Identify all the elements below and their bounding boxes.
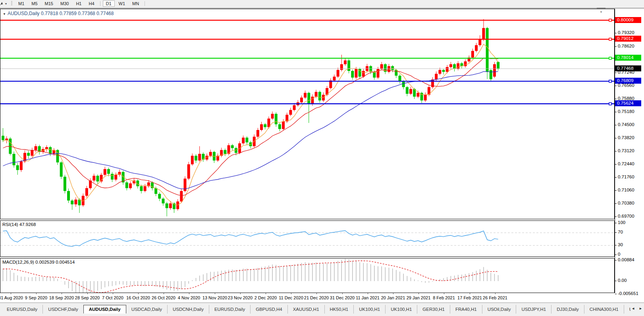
date-tick [470, 293, 470, 294]
date-tick [189, 293, 189, 294]
price-level-badge: 0.80009 [615, 17, 641, 23]
rsi-panel[interactable]: RSI(14) 47.9268 [0, 220, 615, 257]
chart-tab-dj30-daily[interactable]: DJ30,Daily [551, 305, 584, 314]
timeframe-button-m1[interactable]: M1 [15, 0, 27, 7]
chart-tab-audusd-daily[interactable]: AUDUSD,Daily [83, 305, 126, 314]
current-price-badge: 0.77468 [615, 65, 641, 71]
timeframe-buttons: M1M5M15M30H1H4D1W1MN [15, 0, 147, 7]
date-label: 28 Sep 2020 [75, 295, 100, 300]
date-tick [368, 293, 368, 294]
tab-scroll-right-icon[interactable]: ► [638, 306, 643, 311]
date-tick [87, 293, 88, 294]
price-tick [615, 73, 617, 73]
price-axis[interactable]: 0.793200.786200.779400.772400.765600.758… [615, 9, 644, 303]
date-label: 4 Nov 2020 [178, 295, 200, 300]
macd-tick-label: -0.005651 [618, 291, 638, 296]
price-tick [615, 203, 617, 204]
chart-tab-usoil-daily[interactable]: USOil,Daily [482, 305, 516, 314]
chart-tab-uk100-h1[interactable]: UK100,H1 [353, 305, 385, 314]
timeframe-button-h4[interactable]: H4 [85, 0, 97, 7]
date-label: 23 Nov 2020 [228, 295, 253, 300]
timeframe-button-w1[interactable]: W1 [116, 0, 129, 7]
chart-tab-usoil-[interactable]: USOil, [624, 305, 631, 314]
chart-tab-usdchf-daily[interactable]: USDCHF,Daily [42, 305, 83, 314]
timeframe-button-m15[interactable]: M15 [42, 0, 56, 7]
chart-title-text: AUDUSD,Daily 0.77818 0.77859 0.77368 0.7… [8, 11, 114, 16]
chart-title: ▼AUDUSD,Daily 0.77818 0.77859 0.77368 0.… [3, 11, 114, 16]
price-tick [615, 177, 617, 178]
main-chart-panel[interactable]: ▼AUDUSD,Daily 0.77818 0.77859 0.77368 0.… [0, 9, 615, 219]
date-tick [316, 293, 317, 294]
toolbar-grip[interactable] [11, 1, 12, 6]
timeframe-button-m5[interactable]: M5 [28, 0, 40, 7]
timeframe-button-h1[interactable]: H1 [73, 0, 85, 7]
price-tick [615, 46, 617, 47]
price-tick-label: 0.79320 [618, 30, 634, 35]
date-label: 9 Sep 2020 [25, 295, 47, 300]
chart-tab-china300-h1[interactable]: CHINA300,H1 [584, 305, 624, 314]
chart-tab-ger30-h1[interactable]: GER30,H1 [417, 305, 450, 314]
date-axis[interactable]: 31 Aug 20209 Sep 202018 Sep 202028 Sep 2… [0, 293, 615, 303]
date-label: 7 Oct 2020 [102, 295, 123, 300]
date-label: 2 Dec 2020 [255, 295, 277, 300]
collapse-triangle-icon[interactable]: ▼ [3, 12, 6, 16]
rsi-tick-label: 0 [618, 252, 620, 257]
rsi-tick [615, 232, 617, 233]
chart-tab-eurusd-daily[interactable]: EURUSD,Daily [209, 305, 250, 314]
macd-panel[interactable]: MACD(12,26,9) 0.002539 0.004514 [0, 258, 615, 293]
tab-scroll-arrows: ◄ ► [631, 306, 643, 311]
macd-tick [615, 260, 617, 260]
date-label: 21 Dec 2020 [304, 295, 329, 300]
chart-tab-xauusd-h1[interactable]: XAUUSD,H1 [287, 305, 324, 314]
price-tick [615, 138, 617, 138]
toolbar-separator [145, 1, 145, 6]
price-level-badge: 0.79012 [615, 36, 641, 42]
price-tick-label: 0.73820 [618, 135, 634, 140]
price-level-badge: 0.78014 [615, 55, 641, 61]
chevron-down-icon: ▾ [5, 2, 7, 6]
chart-tab-uk100-h1[interactable]: UK100,H1 [385, 305, 417, 314]
chart-tab-usdjpy-h1[interactable]: USDJPY,H1 [516, 305, 551, 314]
date-label: 8 Feb 2021 [433, 295, 455, 300]
rsi-tick-label: 70 [618, 230, 623, 234]
date-label: 17 Feb 2021 [457, 295, 482, 300]
date-label: 29 Jan 2021 [407, 295, 431, 300]
price-tick [615, 190, 617, 191]
chart-tab-usdcad-daily[interactable]: USDCAD,Daily [126, 305, 167, 314]
price-level-badge: 0.76809 [615, 78, 641, 84]
chart-tab-gbpusd-h4[interactable]: GBPUSD,H4 [250, 305, 287, 314]
tab-scroll-left-icon[interactable]: ◄ [631, 306, 636, 311]
price-tick-label: 0.70380 [618, 201, 634, 205]
date-tick [291, 293, 291, 294]
date-label: 18 Sep 2020 [49, 295, 74, 300]
date-tick [444, 293, 444, 294]
candlestick-chart[interactable] [0, 9, 614, 219]
price-tick-label: 0.69700 [618, 214, 634, 218]
timeframe-button-m30[interactable]: M30 [57, 0, 72, 7]
timeframe-button-mn[interactable]: MN [129, 0, 142, 7]
chart-tab-eurusd-daily[interactable]: EURUSD,Daily [2, 305, 42, 314]
timeframe-button-d1[interactable]: D1 [103, 0, 115, 7]
chart-tabs: EURUSD,DailyUSDCHF,DailyAUDUSD,DailyUSDC… [2, 305, 631, 314]
cursor-tool-icon[interactable]: ▾ [0, 0, 10, 7]
rsi-chart [0, 221, 614, 257]
date-tick [138, 293, 139, 294]
chart-tabbar: EURUSD,DailyUSDCHF,DailyAUDUSD,DailyUSDC… [0, 303, 644, 316]
pointer-icon [0, 1, 4, 6]
macd-tick [615, 281, 617, 281]
date-tick [164, 293, 164, 294]
price-tick-label: 0.78620 [618, 44, 634, 48]
price-tick-label: 0.71760 [618, 174, 634, 179]
date-tick [215, 293, 215, 294]
rsi-tick [615, 223, 617, 223]
chart-tab-fra40-h1[interactable]: FRA40,H1 [450, 305, 482, 314]
price-tick [615, 216, 617, 217]
mt4-window: ▾ M1M5M15M30H1H4D1W1MN ▼AUDUSD,Daily 0.7… [0, 0, 644, 316]
chart-tab-usdcnh-daily[interactable]: USDCNH,Daily [167, 305, 209, 314]
price-tick [615, 99, 617, 99]
chart-tab-hk50-h1[interactable]: HK50,H1 [324, 305, 354, 314]
date-label: 20 Jan 2021 [381, 295, 405, 300]
chart-shift-marker-icon[interactable]: ▼ [600, 10, 603, 14]
rsi-tick [615, 255, 617, 255]
date-tick [418, 293, 419, 294]
